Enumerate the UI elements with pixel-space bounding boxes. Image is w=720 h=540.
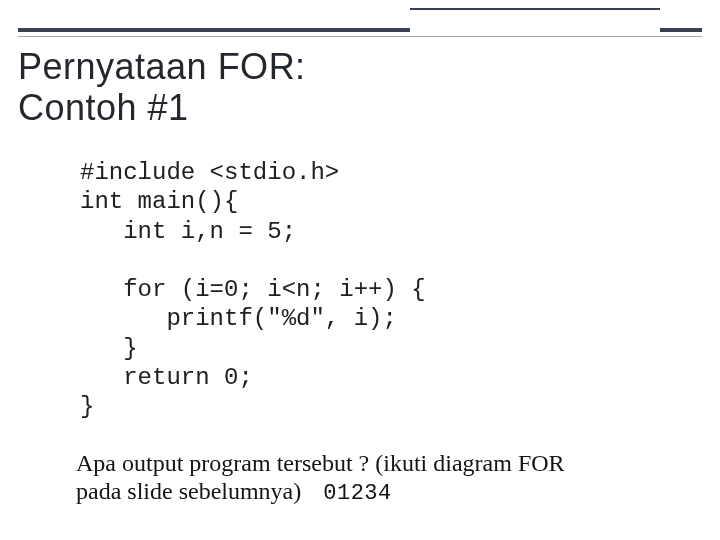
question-text: Apa output program tersebut ? (ikuti dia… <box>76 450 680 506</box>
slide: Pernyataan FOR: Contoh #1 #include <stdi… <box>0 0 720 540</box>
code-line-2: int main(){ <box>80 188 238 215</box>
title-line-2: Contoh #1 <box>18 87 306 128</box>
code-line-3: int i,n = 5; <box>80 218 296 245</box>
question-part-2: pada slide sebelumnya) <box>76 478 301 504</box>
question-part-1: Apa output program tersebut ? (ikuti dia… <box>76 450 565 476</box>
title-line-1: Pernyataan FOR: <box>18 46 306 87</box>
expected-output: 01234 <box>323 481 392 506</box>
top-rule-area <box>0 8 720 34</box>
slide-title: Pernyataan FOR: Contoh #1 <box>18 46 306 129</box>
tab-top-line <box>410 8 660 10</box>
code-line-1: #include <stdio.h> <box>80 159 339 186</box>
code-line-7: } <box>80 335 138 362</box>
code-block: #include <stdio.h> int main(){ int i,n =… <box>80 158 426 421</box>
code-line-5: for (i=0; i<n; i++) { <box>80 276 426 303</box>
code-line-9: } <box>80 393 94 420</box>
tab-cutout <box>410 8 660 38</box>
code-line-6: printf("%d", i); <box>80 305 397 332</box>
tab-light-line <box>410 36 660 37</box>
code-line-8: return 0; <box>80 364 253 391</box>
